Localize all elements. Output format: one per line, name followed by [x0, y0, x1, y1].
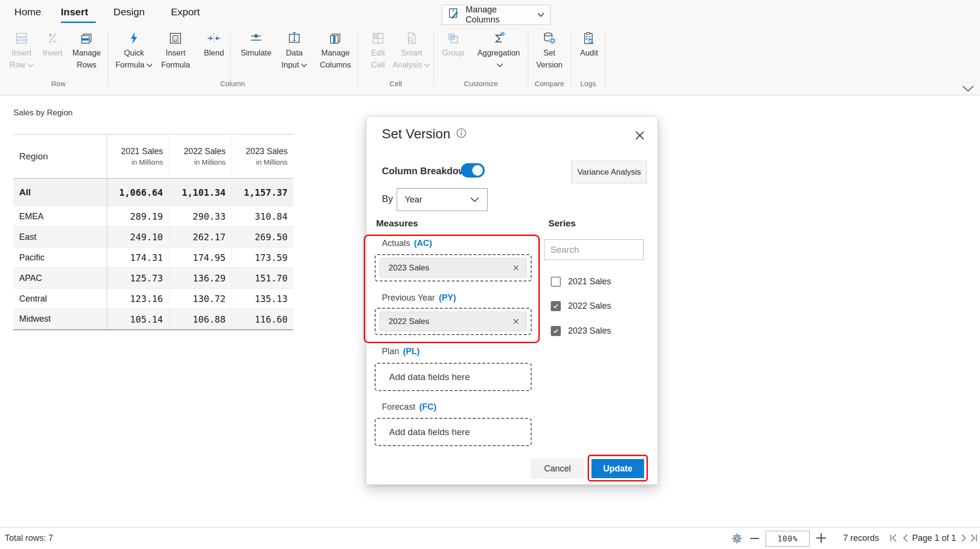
chevron-down-icon [424, 63, 430, 67]
series-search-input[interactable] [544, 239, 644, 260]
field-chip-2022-sales[interactable]: 2022 Sales [379, 312, 527, 331]
measures-heading: Measures [376, 218, 418, 229]
manage-columns-dropdown-button[interactable]: Manage Columns [442, 5, 551, 25]
series-label: 2023 Sales [568, 326, 611, 336]
ribbon-item-insert-formula[interactable]: Insert Formula [155, 30, 196, 71]
chevron-down-icon [146, 63, 153, 67]
ribbon-group-divider [357, 31, 358, 87]
dialog-title: Set Version [382, 126, 450, 142]
column-header-2022-sales[interactable]: 2022 Salesin Millions [169, 134, 232, 179]
group-icon [438, 30, 468, 47]
forecast-label: Forecast(FC) [382, 402, 436, 412]
actuals-dropzone[interactable]: 2023 Sales [375, 254, 532, 281]
settings-gear-icon[interactable] [730, 532, 744, 547]
table-row: Pacific 174.31 174.95 173.59 [13, 247, 293, 268]
forecast-dropzone[interactable]: Add data fields here [375, 418, 532, 446]
collapse-ribbon-icon[interactable] [962, 85, 974, 94]
close-icon[interactable] [635, 130, 645, 141]
previous-year-label: Previous Year(PY) [382, 293, 456, 303]
table-row: EMEA 289.19 290.33 310.84 [13, 206, 293, 227]
last-page-icon[interactable] [969, 533, 979, 545]
series-label: 2021 Sales [568, 277, 611, 287]
table-row: Central 123.16 130.72 135.13 [13, 289, 293, 309]
ribbon-item-group: Group [438, 30, 468, 59]
ribbon-item-smart-analysis: Smart Analysis [389, 30, 434, 71]
ribbon-item-manage-columns[interactable]: Manage Columns [315, 30, 356, 71]
tab-home[interactable]: Home [14, 6, 41, 18]
chevron-down-icon [497, 63, 503, 67]
table-row-total: All 1,066.64 1,101.34 1,157.37 [13, 179, 293, 206]
ribbon-item-simulate[interactable]: Simulate [236, 30, 276, 59]
next-page-icon[interactable] [958, 533, 969, 545]
series-label: 2022 Sales [568, 301, 611, 311]
ribbon-item-aggregation[interactable]: Aggregation [472, 30, 525, 71]
zoom-level-input[interactable]: 100% [766, 531, 810, 547]
ribbon-item-insert-row: Insert Row [6, 30, 37, 71]
smart-analysis-icon [389, 30, 434, 47]
manage-columns-pencil-icon [448, 7, 461, 22]
ribbon: Home Insert Design Export Manage Columns [0, 0, 980, 95]
dropzone-placeholder: Add data fields here [389, 427, 470, 437]
remove-chip-icon[interactable] [512, 318, 520, 325]
field-chip-2023-sales[interactable]: 2023 Sales [379, 258, 527, 278]
table-row: Midwest 105.14 106.88 116.60 [13, 309, 293, 330]
chip-label: 2022 Sales [389, 317, 429, 326]
ribbon-item-quick-formula[interactable]: Quick Formula [112, 30, 156, 71]
by-dropdown-value: Year [405, 195, 422, 205]
checkbox-2022-sales[interactable] [551, 301, 561, 311]
aggregation-sigma-icon [472, 30, 525, 47]
chevron-down-icon [301, 63, 307, 67]
ribbon-item-edit-cell: Edit Cell [364, 30, 392, 71]
by-dropdown[interactable]: Year [397, 188, 488, 211]
column-header-2023-sales[interactable]: 2023 Salesin Millions [232, 134, 293, 179]
plan-dropzone[interactable]: Add data fields here [375, 363, 532, 391]
data-input-icon [278, 30, 311, 47]
column-header-region[interactable]: Region [13, 134, 107, 179]
ribbon-group-divider [571, 31, 571, 87]
series-item-2021-sales: 2021 Sales [551, 276, 611, 287]
insert-formula-icon [155, 30, 196, 47]
ribbon-item-blend[interactable]: Blend [200, 30, 228, 59]
edit-cell-icon [364, 30, 392, 47]
table-row: East 249.10 262.17 269.50 [13, 227, 293, 247]
zoom-in-icon[interactable] [815, 532, 827, 546]
tab-export[interactable]: Export [171, 6, 200, 18]
ribbon-group-label-customize: Customize [455, 79, 507, 88]
previous-page-icon[interactable] [901, 533, 911, 545]
ribbon-group-label-column: Column [209, 79, 256, 88]
ribbon-item-set-version[interactable]: Set Version [530, 30, 568, 71]
first-page-icon[interactable] [888, 533, 899, 545]
column-header-2021-sales[interactable]: 2021 Salesin Millions [107, 134, 169, 179]
checkbox-2021-sales[interactable] [551, 277, 561, 287]
tab-design[interactable]: Design [113, 6, 145, 18]
ribbon-item-manage-rows[interactable]: Manage Rows [68, 30, 105, 71]
update-button[interactable]: Update [591, 459, 644, 478]
blend-icon [200, 30, 228, 47]
ribbon-group-divider [230, 31, 231, 87]
insert-row-icon [6, 30, 37, 47]
info-icon[interactable] [456, 128, 467, 140]
zoom-out-icon[interactable] [749, 534, 760, 545]
page-indicator-label: Page 1 of 1 [912, 533, 956, 543]
ribbon-group-divider [605, 31, 605, 87]
toggle-knob [472, 165, 483, 176]
ribbon-group-label-cell: Cell [377, 79, 415, 88]
ribbon-group-divider [108, 31, 108, 87]
remove-chip-icon[interactable] [512, 264, 520, 271]
ribbon-item-invert: Invert [38, 30, 67, 59]
ribbon-item-data-input[interactable]: Data Input [278, 30, 311, 71]
ribbon-item-audit[interactable]: Audit [575, 30, 603, 59]
variance-analysis-button[interactable]: Variance Analysis [571, 161, 647, 183]
cancel-button[interactable]: Cancel [531, 459, 584, 479]
series-item-2022-sales: 2022 Sales [551, 301, 611, 311]
set-version-database-icon [530, 30, 568, 47]
tab-insert[interactable]: Insert [61, 6, 88, 18]
sales-table: Region 2021 Salesin Millions 2022 Salesi… [13, 134, 293, 330]
app-window: Home Insert Design Export Manage Columns [0, 0, 980, 549]
invert-icon [38, 30, 67, 47]
column-breakdown-toggle[interactable] [461, 163, 485, 178]
status-bar: Total rows: 7 100% 7 records [0, 527, 980, 549]
previous-year-dropzone[interactable]: 2022 Sales [375, 308, 532, 335]
checkbox-2023-sales[interactable] [551, 326, 561, 336]
chevron-down-icon [537, 12, 545, 17]
